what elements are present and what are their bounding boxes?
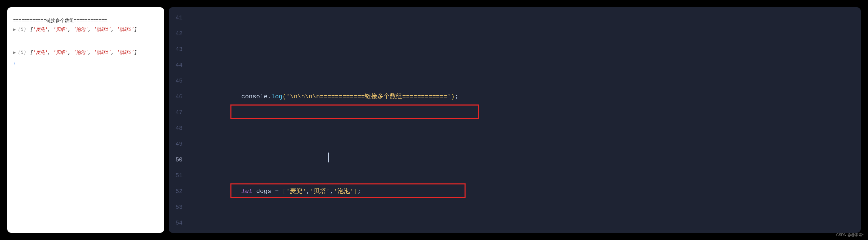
code-line[interactable]: let cats = ['猫咪1','猫咪2']; [194, 231, 861, 233]
line-number-current: 50 [169, 152, 183, 168]
console-array-output[interactable]: ▶(5) ['麦兜', '贝塔', '泡泡', '猫咪1', '猫咪2'] [13, 48, 158, 57]
line-number: 53 [169, 199, 183, 215]
code-line[interactable] [194, 42, 861, 57]
line-number: 43 [169, 42, 183, 57]
line-number: 45 [169, 73, 183, 89]
code-editor-panel[interactable]: 41 42 43 44 45 46 47 48 49 50 51 52 53 5… [169, 7, 861, 233]
devtools-console-panel[interactable]: ============链接多个数组============ ▶(5) ['麦兜… [7, 7, 164, 233]
line-number: 42 [169, 26, 183, 42]
text-cursor [328, 153, 329, 162]
code-content[interactable]: console.log('\n\n\n\n============链接多个数组=… [187, 7, 861, 233]
code-line[interactable] [194, 136, 861, 152]
line-number: 49 [169, 136, 183, 152]
watermark-text: CSDN @@素素~ [836, 233, 864, 237]
line-number: 52 [169, 183, 183, 199]
highlight-box [230, 105, 479, 119]
line-number: 46 [169, 89, 183, 105]
line-number: 41 [169, 10, 183, 26]
line-number: 47 [169, 105, 183, 120]
console-array-output[interactable]: ▶(5) ['麦兜', '贝塔', '泡泡', '猫咪1', '猫咪2'] [13, 25, 158, 34]
expand-icon[interactable]: ▶ [13, 27, 16, 32]
line-number-gutter: 41 42 43 44 45 46 47 48 49 50 51 52 53 5… [169, 7, 187, 233]
line-number: 48 [169, 120, 183, 136]
code-line[interactable]: let dogs = ['麦兜','贝塔','泡泡']; [194, 183, 861, 199]
line-number: 51 [169, 168, 183, 183]
console-log-text: ============链接多个数组============ [13, 17, 158, 25]
console-prompt[interactable]: › [13, 59, 158, 68]
expand-icon[interactable]: ▶ [13, 50, 16, 55]
console-blank-line [13, 34, 158, 48]
code-line[interactable]: console.log('\n\n\n\n============链接多个数组=… [194, 89, 861, 105]
line-number: 54 [169, 215, 183, 231]
line-number: 44 [169, 57, 183, 73]
